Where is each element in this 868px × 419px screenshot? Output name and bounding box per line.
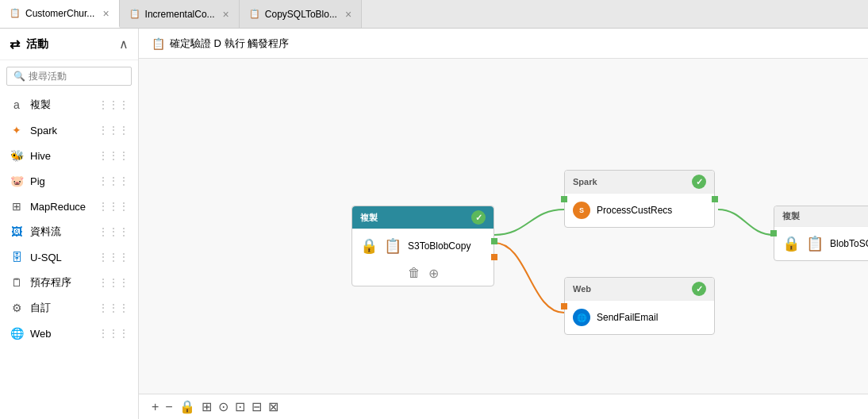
node-web-title: Web — [573, 284, 591, 294]
drag-handle-dataflow: ⋮⋮⋮ — [98, 225, 129, 238]
sidebar-item-label-mapreduce: MapReduce — [30, 201, 86, 213]
drag-handle-stored: ⋮⋮⋮ — [98, 276, 129, 289]
tab-icon-3: 📋 — [249, 9, 260, 19]
node-web-header: Web ✓ — [565, 278, 714, 301]
tab-bar: 📋 CustomerChur... × 📋 IncrementalCo... ×… — [0, 0, 868, 29]
connectors-svg — [139, 59, 868, 394]
stored-icon: 🗒 — [10, 275, 24, 290]
sidebar-item-dataflow[interactable]: 🖼 資料流 ⋮⋮⋮ — [0, 219, 138, 244]
spark-logo: S — [573, 202, 590, 219]
layout-button[interactable]: ⊟ — [252, 399, 262, 414]
tab-label-3: CopySQLToBlo... — [265, 9, 337, 20]
settings-button[interactable]: ⊠ — [268, 399, 278, 414]
breadcrumb: 📋 確定驗證 D 執行 觸發程序 — [139, 29, 868, 59]
sidebar-item-label-spark: Spark — [30, 125, 57, 136]
tab-close-1[interactable]: × — [102, 8, 109, 19]
node-s3copy-label: S3ToBlobCopy — [408, 240, 470, 252]
pipeline-canvas[interactable]: 複製 ✓ 🔒 📋 S3ToBlobCopy 🗑 ⊕ — [139, 59, 868, 394]
drag-handle-usql: ⋮⋮⋮ — [98, 251, 129, 263]
sidebar-item-custom[interactable]: ⚙ 自訂 ⋮⋮⋮ — [0, 295, 138, 321]
sidebar-title: ⇄ 活動 — [10, 37, 48, 52]
node-blobcopy-label: BlobToSQLDWCopy — [830, 238, 868, 249]
drag-handle-hive: ⋮⋮⋮ — [98, 149, 129, 162]
usql-icon: 🗄 — [10, 250, 24, 264]
mapreduce-icon: ⊞ — [10, 199, 24, 213]
node-spark[interactable]: Spark ✓ S ProcessCustRecs — [564, 170, 715, 228]
collapse-button[interactable]: ∧ — [119, 37, 129, 52]
sidebar-item-label-stored: 預存程序 — [30, 275, 71, 290]
tab-icon-2: 📋 — [129, 9, 140, 19]
port-left-blobcopy — [770, 230, 777, 236]
tab-customchurn[interactable]: 📋 CustomerChur... × — [0, 0, 120, 28]
status-check-web: ✓ — [692, 282, 706, 296]
sidebar-item-label-usql: U-SQL — [30, 252, 62, 263]
status-check-spark: ✓ — [692, 175, 706, 189]
add-button-s3copy[interactable]: ⊕ — [428, 266, 439, 281]
fit-button[interactable]: ⊙ — [218, 399, 229, 414]
sidebar-item-usql[interactable]: 🗄 U-SQL ⋮⋮⋮ — [0, 244, 138, 270]
sidebar-item-label-pig: Pig — [30, 175, 45, 187]
tab-icon-1: 📋 — [10, 8, 21, 18]
sidebar-item-label-hive: Hive — [30, 150, 51, 162]
sidebar-item-stored[interactable]: 🗒 預存程序 ⋮⋮⋮ — [0, 270, 138, 295]
node-s3copy-body: 🔒 📋 S3ToBlobCopy — [352, 229, 494, 263]
zoom-in-button[interactable]: + — [152, 400, 159, 414]
node-blobcopy[interactable]: 複製 ! 🔒 📋 BlobToSQLDWCopy — [774, 206, 868, 261]
sidebar-item-label-web: Web — [30, 328, 52, 340]
search-box[interactable]: 🔍 — [6, 67, 132, 86]
web-logo: 🌐 — [573, 309, 590, 326]
node-s3copy[interactable]: 複製 ✓ 🔒 📋 S3ToBlobCopy 🗑 ⊕ — [351, 206, 494, 286]
tab-close-3[interactable]: × — [345, 9, 351, 20]
zoom-out-button[interactable]: − — [165, 400, 172, 414]
node-web-body: 🌐 SendFailEmail — [565, 301, 714, 334]
blobcopy-body-icon: 🔒 — [782, 235, 800, 252]
lock-button[interactable]: 🔒 — [179, 399, 195, 414]
s3copy-body-icon: 🔒 — [360, 237, 378, 255]
breadcrumb-text: 確定驗證 D 執行 觸發程序 — [170, 37, 289, 51]
node-s3copy-title: 複製 — [360, 212, 378, 224]
node-blobcopy-header: 複製 ! — [774, 206, 868, 227]
port-left-web — [561, 303, 567, 309]
sidebar-item-label-dataflow: 資料流 — [30, 225, 61, 239]
drag-handle-spark: ⋮⋮⋮ — [98, 124, 129, 136]
tab-close-2[interactable]: × — [223, 9, 229, 20]
tab-incremental[interactable]: 📋 IncrementalCo... × — [120, 0, 240, 28]
search-input[interactable] — [29, 71, 125, 82]
node-blobcopy-body: 🔒 📋 BlobToSQLDWCopy — [774, 227, 868, 260]
sidebar-item-hive[interactable]: 🐝 Hive ⋮⋮⋮ — [0, 143, 138, 168]
tab-copysql[interactable]: 📋 CopySQLToBlo... × — [240, 0, 362, 28]
node-web[interactable]: Web ✓ 🌐 SendFailEmail — [564, 277, 715, 335]
node-spark-body: S ProcessCustRecs — [565, 194, 714, 227]
expand-button[interactable]: ⊡ — [235, 399, 245, 414]
sidebar-item-spark[interactable]: ✦ Spark ⋮⋮⋮ — [0, 117, 138, 143]
sidebar-item-label-custom: 自訂 — [30, 301, 51, 315]
spark-icon: ✦ — [10, 123, 24, 137]
canvas-toolbar: + − 🔒 ⊞ ⊙ ⊡ ⊟ ⊠ — [139, 394, 868, 419]
drag-handle-copy: ⋮⋮⋮ — [98, 98, 129, 111]
node-spark-title: Spark — [573, 177, 597, 186]
web-icon: 🌐 — [10, 326, 24, 340]
port-right-spark — [712, 196, 718, 202]
drag-handle-mapreduce: ⋮⋮⋮ — [98, 200, 129, 213]
sidebar-item-mapreduce[interactable]: ⊞ MapReduce ⋮⋮⋮ — [0, 194, 138, 219]
drag-handle-web: ⋮⋮⋮ — [98, 327, 129, 340]
sidebar-item-web[interactable]: 🌐 Web ⋮⋮⋮ — [0, 321, 138, 346]
hive-icon: 🐝 — [10, 148, 24, 163]
drag-handle-custom: ⋮⋮⋮ — [98, 302, 129, 314]
node-spark-header: Spark ✓ — [565, 171, 714, 194]
sidebar-item-copy[interactable]: a 複製 ⋮⋮⋮ — [0, 92, 138, 117]
sidebar-title-text: 活動 — [26, 37, 48, 52]
s3copy-body-icon2: 📋 — [384, 237, 401, 255]
sidebar-item-pig[interactable]: 🐷 Pig ⋮⋮⋮ — [0, 168, 138, 194]
grid-button[interactable]: ⊞ — [202, 399, 212, 414]
delete-button-s3copy[interactable]: 🗑 — [408, 266, 421, 281]
main-layout: ⇄ 活動 ∧ 🔍 a 複製 ⋮⋮⋮ ✦ Spark ⋮⋮⋮ 🐝 — [0, 29, 868, 419]
sidebar-item-label-copy: 複製 — [30, 98, 51, 112]
status-check-s3copy: ✓ — [471, 210, 486, 225]
port-right-success-s3copy — [491, 238, 497, 244]
tab-label-1: CustomerChur... — [25, 8, 94, 19]
custom-icon: ⚙ — [10, 301, 24, 315]
drag-handle-pig: ⋮⋮⋮ — [98, 175, 129, 187]
tab-label-2: IncrementalCo... — [145, 9, 215, 20]
canvas-area: 📋 確定驗證 D 執行 觸發程序 複製 ✓ — [139, 29, 868, 419]
